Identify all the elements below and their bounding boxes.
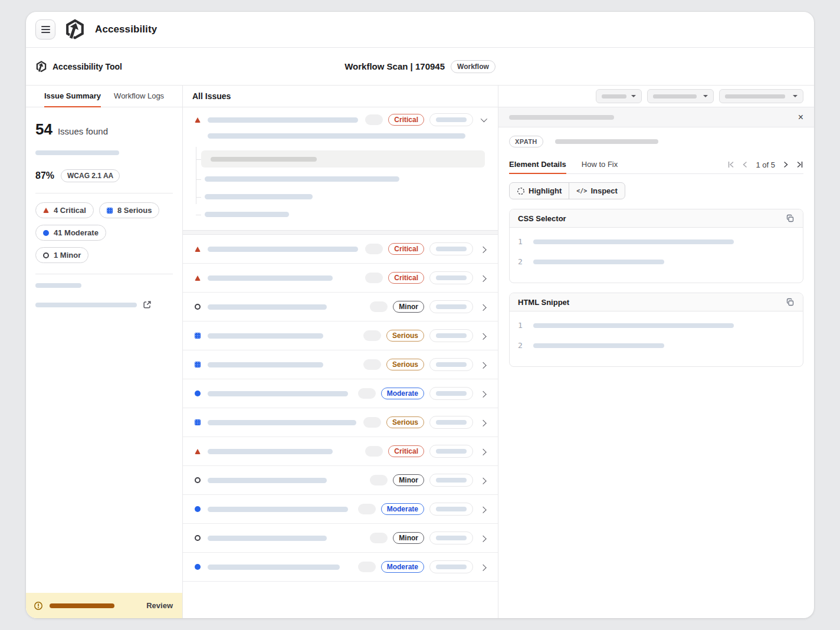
code-skeleton [533,260,664,264]
last-page-icon[interactable] [796,161,803,168]
app-title: Accessibility [95,24,157,35]
chevron-down-icon[interactable] [478,115,488,124]
wcag-badge: WCAG 2.1 AA [61,169,120,182]
severity-chip[interactable]: 1 Minor [35,247,88,263]
issue-row[interactable]: Moderate [183,553,498,582]
chevron-down-icon [703,95,708,97]
chevron-right-icon[interactable] [478,331,488,340]
copy-icon[interactable] [786,298,795,307]
tab-how-to-fix[interactable]: How to Fix [582,156,618,174]
detail-title-skeleton [509,115,614,120]
review-alert-bar: Review [26,593,182,618]
issue-row[interactable]: Critical [183,437,498,466]
chevron-right-icon[interactable] [478,562,488,572]
issue-row[interactable]: Serious [183,408,498,437]
issue-row[interactable]: Moderate [183,379,498,408]
chevron-right-icon[interactable] [478,244,488,254]
issue-row[interactable]: Critical [183,264,498,293]
issue-tag-skeleton [370,533,388,543]
tree-item-selected[interactable] [196,150,498,168]
issue-count-pill [429,416,473,429]
severity-icon [195,247,201,252]
tool-name: Accessibility Tool [52,62,122,71]
inspect-button[interactable]: </> Inspect [569,183,625,199]
chevron-right-icon[interactable] [478,533,488,543]
copy-icon[interactable] [786,214,795,223]
issue-row[interactable]: Critical [183,235,498,264]
pagination: 1 of 5 [727,156,803,173]
issue-count-pill [429,445,473,458]
severity-badge: Minor [393,301,424,313]
chevron-right-icon[interactable] [478,418,488,427]
sidebar: Issue Summary Workflow Logs 54 Issues fo… [26,86,183,618]
filter-dropdown[interactable] [719,89,803,103]
issue-row[interactable]: Minor [183,524,498,553]
chevron-right-icon[interactable] [478,360,488,369]
severity-chip[interactable]: 8 Serious [99,202,160,218]
issue-title-skeleton [208,333,323,339]
issue-tag-skeleton [365,446,383,457]
issue-row[interactable]: Serious [183,350,498,379]
tab-issue-summary[interactable]: Issue Summary [44,86,101,107]
severity-icon [195,362,201,368]
issue-title-skeleton [208,565,340,570]
detail-title-bar: × [498,107,814,127]
close-icon[interactable]: × [798,113,803,122]
review-button[interactable]: Review [146,601,173,610]
first-page-icon[interactable] [727,161,734,168]
tab-element-details[interactable]: Element Details [509,156,566,174]
severity-badge: Serious [386,330,424,342]
severity-icon [43,252,49,258]
hamburger-menu-button[interactable] [35,19,55,40]
severity-chip[interactable]: 4 Critical [35,202,94,218]
code-skeleton [533,343,664,348]
code-panels: CSS Selector 12 HTML Snippet 12 [509,209,803,367]
severity-chip[interactable]: 41 Moderate [35,225,106,241]
tree-item[interactable] [196,176,498,182]
issue-row[interactable]: Critical [183,107,498,132]
tree-item[interactable] [196,212,498,217]
chevron-right-icon[interactable] [478,447,488,456]
code-panel: HTML Snippet 12 [509,293,803,367]
line-number: 1 [518,321,523,330]
prev-page-icon[interactable] [741,161,749,168]
element-actions: Highlight </> Inspect [509,182,625,199]
issue-count-pill [429,474,473,487]
issues-count-label: Issues found [58,126,108,136]
issue-instances-tree [196,150,498,230]
brand-logo-icon [64,19,86,40]
expanded-issue-card: Critical [183,107,498,231]
filters-toolbar [498,86,814,107]
severity-icon [195,275,201,281]
tab-workflow-logs[interactable]: Workflow Logs [114,86,164,107]
sidebar-skeleton [35,283,81,288]
detail-tabs: Element Details How to Fix 1 of 5 [509,156,803,174]
chevron-right-icon[interactable] [478,504,488,514]
chevron-right-icon[interactable] [478,389,488,398]
issue-row[interactable]: Serious [183,321,498,350]
code-icon: </> [576,188,587,194]
severity-badge: Critical [388,243,424,255]
highlight-button[interactable]: Highlight [510,183,569,199]
issue-count-pill [429,387,473,400]
issue-row[interactable]: Minor [183,466,498,495]
tree-item[interactable] [196,194,498,199]
issue-row[interactable]: Minor [183,293,498,321]
code-line: 2 [518,341,795,350]
sidebar-tabs: Issue Summary Workflow Logs [26,86,182,107]
chevron-right-icon[interactable] [478,273,488,283]
issue-row[interactable]: Moderate [183,495,498,524]
issue-title-skeleton [208,478,327,483]
issue-tag-skeleton [365,273,383,283]
issue-tag-skeleton [358,388,376,399]
filter-dropdown[interactable] [596,89,642,103]
filter-dropdown[interactable] [647,89,714,103]
external-link-icon[interactable] [143,300,152,309]
severity-badge: Serious [386,416,424,428]
element-details-panel: XPATH Element Details How to Fix 1 of 5 [498,127,814,375]
highlight-icon [517,187,525,195]
chevron-right-icon[interactable] [478,475,488,485]
next-page-icon[interactable] [782,161,789,168]
chevron-right-icon[interactable] [478,302,488,311]
all-issues-header: All Issues [183,86,498,107]
